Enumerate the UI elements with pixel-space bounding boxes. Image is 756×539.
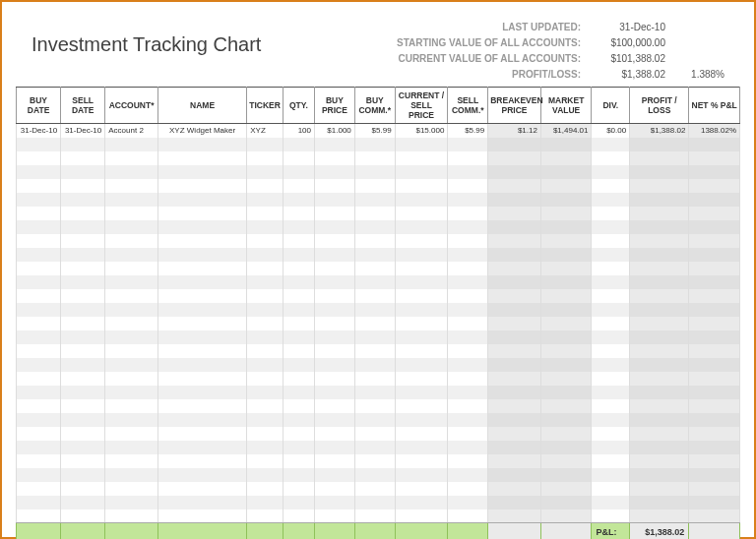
cell[interactable]	[448, 330, 488, 344]
table-row[interactable]: 31-Dec-1031-Dec-10Account 2XYZ Widget Ma…	[17, 124, 740, 138]
col-header[interactable]: BUY PRICE	[314, 88, 354, 124]
cell[interactable]	[540, 275, 592, 289]
cell[interactable]	[630, 275, 689, 289]
table-row[interactable]	[17, 262, 740, 275]
cell[interactable]	[592, 289, 630, 303]
col-header[interactable]: ACCOUNT*	[105, 88, 158, 124]
cell[interactable]	[105, 207, 158, 220]
cell[interactable]	[448, 427, 488, 441]
cell[interactable]	[158, 330, 246, 344]
cell[interactable]	[395, 454, 448, 468]
cell[interactable]	[61, 234, 105, 248]
cell[interactable]: Account 2	[105, 124, 158, 138]
cell[interactable]	[630, 468, 689, 482]
col-header[interactable]: BREAKEVEN PRICE	[488, 88, 541, 124]
cell[interactable]	[17, 234, 61, 248]
cell[interactable]	[283, 372, 314, 386]
cell[interactable]	[448, 193, 488, 207]
cell[interactable]	[354, 372, 395, 386]
cell[interactable]	[247, 193, 284, 207]
cell[interactable]	[540, 330, 592, 344]
cell[interactable]	[448, 399, 488, 413]
cell[interactable]	[158, 234, 246, 248]
cell[interactable]	[630, 165, 689, 179]
cell[interactable]	[689, 413, 740, 427]
cell[interactable]	[283, 468, 314, 482]
cell[interactable]	[448, 372, 488, 386]
cell[interactable]	[540, 262, 592, 275]
cell[interactable]	[689, 138, 740, 151]
cell[interactable]	[395, 372, 448, 386]
cell[interactable]	[17, 330, 61, 344]
cell[interactable]	[354, 441, 395, 454]
cell[interactable]	[247, 330, 284, 344]
cell[interactable]	[630, 509, 689, 523]
cell[interactable]	[630, 399, 689, 413]
cell[interactable]	[448, 454, 488, 468]
cell[interactable]	[395, 427, 448, 441]
cell[interactable]	[592, 151, 630, 165]
table-row[interactable]	[17, 509, 740, 523]
cell[interactable]	[488, 427, 541, 441]
cell[interactable]	[247, 289, 284, 303]
cell[interactable]	[61, 454, 105, 468]
cell[interactable]	[247, 207, 284, 220]
cell[interactable]	[105, 441, 158, 454]
cell[interactable]	[540, 372, 592, 386]
cell[interactable]	[314, 386, 354, 399]
cell[interactable]	[247, 509, 284, 523]
cell[interactable]	[354, 413, 395, 427]
table-row[interactable]	[17, 344, 740, 358]
cell[interactable]	[61, 138, 105, 151]
cell[interactable]	[61, 399, 105, 413]
cell[interactable]	[354, 138, 395, 151]
cell[interactable]	[158, 289, 246, 303]
cell[interactable]	[630, 220, 689, 234]
cell[interactable]	[158, 468, 246, 482]
cell[interactable]	[395, 317, 448, 330]
cell[interactable]	[540, 344, 592, 358]
cell[interactable]	[689, 193, 740, 207]
cell[interactable]	[540, 482, 592, 496]
cell[interactable]	[630, 496, 689, 509]
cell[interactable]	[247, 179, 284, 193]
table-row[interactable]	[17, 482, 740, 496]
cell[interactable]	[488, 330, 541, 344]
cell[interactable]	[314, 468, 354, 482]
cell[interactable]	[592, 427, 630, 441]
cell[interactable]	[283, 330, 314, 344]
cell[interactable]	[158, 248, 246, 262]
cell[interactable]	[61, 386, 105, 399]
cell[interactable]	[592, 441, 630, 454]
cell[interactable]	[448, 179, 488, 193]
table-row[interactable]	[17, 358, 740, 372]
cell[interactable]	[592, 165, 630, 179]
cell[interactable]	[354, 496, 395, 509]
cell[interactable]	[283, 165, 314, 179]
cell[interactable]	[314, 138, 354, 151]
cell[interactable]	[283, 482, 314, 496]
cell[interactable]	[17, 220, 61, 234]
cell[interactable]	[314, 344, 354, 358]
cell[interactable]	[61, 248, 105, 262]
cell[interactable]	[314, 262, 354, 275]
cell[interactable]	[630, 179, 689, 193]
cell[interactable]	[158, 220, 246, 234]
cell[interactable]	[314, 179, 354, 193]
cell[interactable]	[105, 165, 158, 179]
cell[interactable]	[314, 399, 354, 413]
cell[interactable]	[314, 248, 354, 262]
cell[interactable]	[488, 413, 541, 427]
cell[interactable]	[630, 441, 689, 454]
cell[interactable]	[247, 482, 284, 496]
cell[interactable]	[247, 303, 284, 317]
cell[interactable]	[283, 138, 314, 151]
table-row[interactable]	[17, 248, 740, 262]
cell[interactable]	[395, 165, 448, 179]
cell[interactable]	[592, 372, 630, 386]
cell[interactable]	[592, 193, 630, 207]
cell[interactable]	[17, 427, 61, 441]
cell[interactable]	[17, 468, 61, 482]
cell[interactable]	[17, 386, 61, 399]
cell[interactable]: 31-Dec-10	[17, 124, 61, 138]
